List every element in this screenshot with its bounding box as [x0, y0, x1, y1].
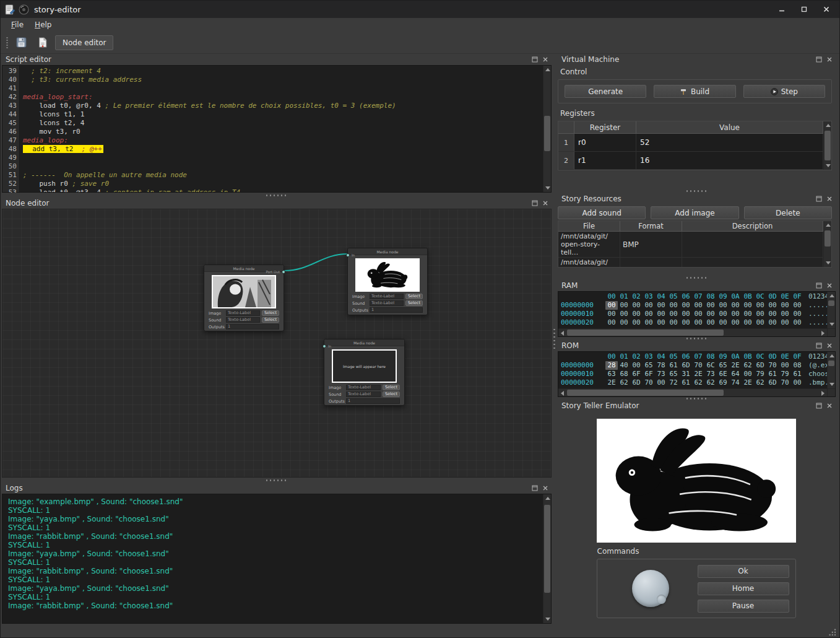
hex-byte[interactable]: 70 [643, 378, 655, 387]
float-dock-icon[interactable] [815, 402, 823, 409]
hex-byte[interactable]: 61 [680, 378, 692, 387]
hex-byte[interactable]: 00 [704, 310, 717, 318]
hex-byte[interactable]: 00 [630, 301, 643, 310]
hex-byte[interactable]: 2E [605, 378, 618, 387]
scroll-up-arrow[interactable] [828, 352, 836, 360]
hex-byte[interactable]: 6D [630, 378, 643, 387]
hex-byte[interactable]: 00 [779, 310, 791, 318]
node-title[interactable]: Media node [348, 248, 427, 255]
select-button[interactable]: Select [405, 300, 423, 306]
hex-byte[interactable]: 61 [791, 370, 803, 378]
hex-byte[interactable]: 00 [704, 318, 717, 327]
hex-byte[interactable]: 00 [729, 318, 742, 327]
hex-byte[interactable]: 00 [729, 301, 742, 310]
script-code[interactable]: ; t2: increment 4 ; t3: current media ad… [20, 66, 543, 192]
save-button[interactable] [13, 34, 30, 51]
hex-byte[interactable]: 73 [655, 370, 667, 378]
add-sound-button[interactable]: Add sound [558, 206, 646, 219]
hex-byte[interactable]: 00 [791, 310, 803, 318]
hex-byte[interactable]: 6D [680, 361, 692, 370]
hex-byte[interactable]: 63 [605, 370, 618, 378]
hex-byte[interactable]: 00 [779, 318, 791, 327]
hex-byte[interactable]: 00 [742, 370, 754, 378]
maximize-button[interactable] [795, 3, 813, 15]
column-header-register[interactable]: Register [574, 121, 636, 134]
hex-byte[interactable]: 79 [754, 370, 766, 378]
hex-byte[interactable]: 6F [643, 370, 655, 378]
rom-horizontal-scrollbar[interactable] [558, 388, 827, 396]
hex-byte[interactable]: 00 [667, 310, 680, 318]
rotary-knob[interactable] [632, 570, 669, 607]
resize-grip[interactable] [828, 628, 836, 636]
hex-byte[interactable]: 00 [717, 301, 729, 310]
hex-byte[interactable]: 6E [717, 370, 729, 378]
close-button[interactable] [817, 3, 836, 15]
hex-byte[interactable]: 00 [692, 310, 704, 318]
scroll-left-arrow[interactable] [558, 389, 566, 397]
select-button[interactable]: Select [383, 385, 400, 390]
close-dock-icon[interactable] [826, 282, 833, 289]
hex-byte[interactable]: 00 [618, 301, 630, 310]
hex-byte[interactable]: 00 [754, 318, 766, 327]
media-node[interactable]: Media node In Image will appear here Ima… [324, 339, 405, 406]
hex-byte[interactable]: 00 [766, 318, 779, 327]
hex-byte[interactable]: 70 [779, 378, 791, 387]
scrollbar-thumb[interactable] [825, 230, 831, 247]
hex-byte[interactable]: 00 [704, 301, 717, 310]
scroll-right-arrow[interactable] [819, 329, 827, 337]
hex-byte[interactable]: 00 [791, 301, 803, 310]
delete-button[interactable]: Delete [744, 206, 832, 219]
minimize-button[interactable] [773, 3, 791, 15]
logs-vertical-scrollbar[interactable] [543, 494, 551, 623]
hex-byte[interactable]: 40 [618, 361, 630, 370]
pause-button[interactable]: Pause [698, 600, 789, 613]
hex-byte[interactable]: 62 [618, 378, 630, 387]
generate-button[interactable]: Generate [565, 85, 646, 98]
scrollbar-thumb[interactable] [828, 361, 834, 366]
splitter-handle[interactable] [556, 275, 836, 280]
float-dock-icon[interactable] [815, 56, 823, 63]
column-header-format[interactable]: Format [620, 221, 682, 232]
scrollbar-thumb[interactable] [544, 116, 550, 151]
select-button[interactable]: Select [262, 310, 279, 316]
ok-button[interactable]: Ok [698, 565, 789, 578]
scroll-down-arrow[interactable] [543, 184, 552, 192]
step-button[interactable]: Step [743, 85, 825, 98]
scroll-up-arrow[interactable] [824, 221, 832, 229]
splitter-handle[interactable] [1, 193, 552, 198]
table-row[interactable]: /mnt/data/git/open-story-tell…BMP [558, 232, 823, 258]
hex-byte[interactable]: 00 [779, 361, 791, 370]
float-dock-icon[interactable] [815, 195, 823, 203]
scroll-up-arrow[interactable] [543, 66, 552, 74]
close-dock-icon[interactable] [542, 56, 549, 63]
close-dock-icon[interactable] [826, 402, 833, 409]
hex-byte[interactable]: 00 [754, 301, 766, 310]
media-node[interactable]: Media node Port Out [204, 264, 284, 331]
hex-byte[interactable]: 00 [791, 378, 803, 387]
scroll-up-arrow[interactable] [828, 292, 836, 300]
table-row[interactable]: 1r052 [558, 134, 823, 152]
float-dock-icon[interactable] [815, 282, 823, 289]
scrollbar-thumb[interactable] [828, 300, 834, 306]
column-header-file[interactable]: File [558, 221, 620, 232]
hex-byte[interactable]: 00 [766, 310, 779, 318]
script-vertical-scrollbar[interactable] [543, 66, 551, 192]
hex-byte[interactable]: 31 [680, 370, 692, 378]
menu-help[interactable]: Help [29, 19, 57, 30]
column-header-value[interactable]: Value [636, 121, 823, 134]
scroll-down-arrow[interactable] [828, 320, 836, 328]
hex-byte[interactable]: 00 [667, 301, 680, 310]
rom-hex-area[interactable]: 000102030405060708090A0B0C0D0E0F01234567… [558, 352, 827, 388]
float-dock-icon[interactable] [531, 199, 539, 207]
hex-byte[interactable]: 6D [754, 361, 766, 370]
hex-byte[interactable]: 08 [791, 361, 803, 370]
hex-byte[interactable]: 00 [655, 310, 667, 318]
hex-byte[interactable]: 70 [766, 361, 779, 370]
log-list[interactable]: Image: "example.bmp" , Sound: "choose1.s… [2, 494, 543, 623]
scroll-down-arrow[interactable] [828, 380, 836, 388]
select-button[interactable]: Select [383, 391, 400, 397]
hex-byte[interactable]: 65 [717, 361, 729, 370]
select-button[interactable]: Select [405, 294, 423, 299]
hex-byte[interactable]: 00 [717, 310, 729, 318]
hex-byte[interactable]: 00 [667, 318, 680, 327]
